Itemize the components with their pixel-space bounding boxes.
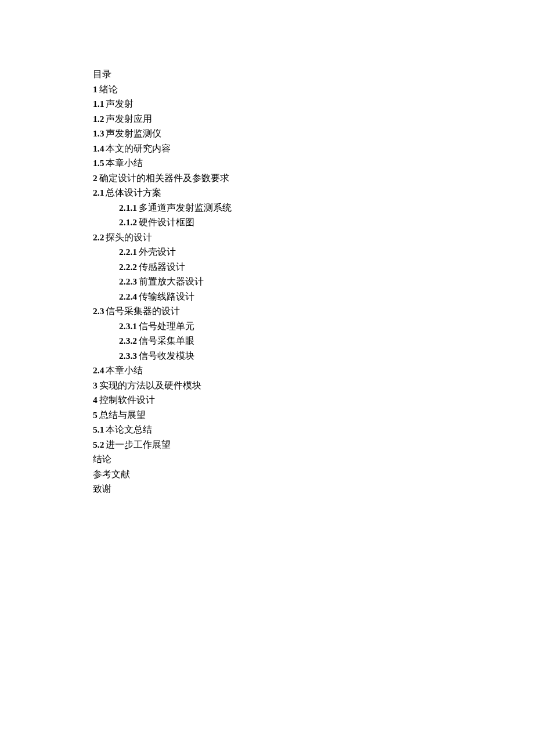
toc-entry-number: 1.5 (93, 158, 104, 168)
toc-entry-text: 前置放大器设计 (139, 276, 204, 286)
toc-entry: 2.3.3信号收发模块 (93, 348, 441, 363)
toc-entry: 2.3.2信号采集单眼 (93, 333, 441, 348)
toc-entry-text: 本论文总结 (106, 424, 152, 434)
toc-entry: 5.2进一步工作展望 (93, 437, 441, 452)
toc-entry-text: 信号收发模块 (139, 351, 194, 361)
toc-entry-text: 声发射监测仪 (106, 128, 161, 138)
toc-entry: 2.3信号采集器的设计 (93, 304, 441, 319)
toc-entry-text: 信号采集单眼 (139, 336, 194, 345)
toc-entry: 2.2.3前置放大器设计 (93, 274, 441, 289)
toc-entry: 1绪论 (93, 82, 441, 97)
toc-entry-text: 参考文献 (93, 469, 130, 479)
toc-heading: 目录 (93, 67, 441, 82)
toc-entry: 2.1总体设计方案 (93, 185, 441, 200)
toc-entry: 2.1.2硬件设计框图 (93, 215, 441, 230)
toc-entry: 致谢 (93, 481, 441, 496)
toc-entry-number: 2 (93, 173, 98, 183)
toc-entry-number: 2.3.3 (119, 351, 137, 361)
toc-entry-number: 3 (93, 380, 98, 390)
toc-entry: 2.3.1信号处理单元 (93, 319, 441, 334)
toc-entry: 3实现的方法以及硬件模块 (93, 378, 441, 393)
toc-entry-text: 本章小结 (106, 365, 143, 375)
toc-entry-text: 结论 (93, 454, 111, 464)
toc-entry-number: 5.2 (93, 440, 104, 449)
toc-entry: 2.2.4传输线路设计 (93, 289, 441, 304)
toc-entry: 1.2声发射应用 (93, 111, 441, 127)
toc-entry-number: 1.1 (93, 99, 104, 109)
toc-entry: 2.2.2传感器设计 (93, 260, 441, 275)
toc-entry-number: 2.1.2 (119, 217, 137, 227)
toc-entry: 1.1声发射 (93, 96, 441, 111)
toc-entry-text: 探头的设计 (106, 232, 152, 242)
toc-entry-number: 2.3 (93, 306, 104, 316)
toc-entry-number: 2.1 (93, 188, 104, 197)
toc-entry-text: 声发射 (106, 99, 134, 109)
toc-entry-text: 传感器设计 (139, 262, 185, 272)
toc-entry-number: 1.3 (93, 128, 104, 138)
toc-entry-text: 总结与展望 (99, 410, 146, 420)
toc-list: 1绪论1.1声发射1.2声发射应用1.3声发射监测仪1.4本文的研究内容1.5本… (93, 82, 441, 496)
toc-entry-number: 1 (93, 84, 98, 94)
toc-entry-number: 2.3.1 (119, 321, 137, 331)
toc-entry: 1.5本章小结 (93, 156, 441, 171)
toc-entry: 2.4本章小结 (93, 363, 441, 378)
toc-entry-text: 总体设计方案 (106, 188, 161, 197)
toc-entry-text: 传输线路设计 (139, 291, 194, 301)
toc-entry-number: 2.2.3 (119, 276, 137, 286)
toc-entry-number: 5 (93, 410, 98, 420)
toc-entry: 4控制软件设计 (93, 393, 441, 408)
toc-entry: 1.3声发射监测仪 (93, 126, 441, 141)
toc-entry-text: 信号处理单元 (139, 321, 194, 331)
toc-entry-number: 2.2 (93, 232, 104, 242)
toc-entry: 结论 (93, 452, 441, 467)
toc-entry: 参考文献 (93, 467, 441, 482)
toc-entry-number: 2.2.1 (119, 247, 137, 257)
toc-entry-text: 信号采集器的设计 (106, 306, 180, 316)
toc-entry-text: 实现的方法以及硬件模块 (99, 380, 201, 390)
toc-entry-text: 本章小结 (106, 158, 143, 168)
toc-entry-text: 绪论 (99, 84, 118, 94)
toc-entry-text: 外壳设计 (139, 247, 176, 257)
toc-entry-text: 本文的研究内容 (106, 143, 171, 153)
toc-entry-text: 多通道声发射监测系统 (139, 203, 232, 213)
toc-entry-number: 2.4 (93, 365, 104, 375)
toc-entry-text: 致谢 (93, 484, 111, 494)
toc-entry-number: 1.4 (93, 143, 104, 153)
toc-entry: 1.4本文的研究内容 (93, 141, 441, 156)
toc-entry-number: 1.2 (93, 114, 104, 124)
toc-entry: 2.1.1多通道声发射监测系统 (93, 200, 441, 215)
toc-entry-text: 确定设计的相关器件及参数要求 (99, 173, 229, 183)
toc-entry-text: 进一步工作展望 (106, 440, 171, 449)
toc-entry-number: 5.1 (93, 424, 104, 434)
toc-entry-text: 声发射应用 (106, 114, 152, 124)
toc-entry-number: 2.1.1 (119, 203, 137, 213)
toc-entry-number: 2.3.2 (119, 336, 137, 345)
toc-entry: 5总结与展望 (93, 408, 441, 423)
toc-entry: 2.2.1外壳设计 (93, 244, 441, 260)
toc-entry-number: 4 (93, 395, 98, 405)
toc-entry: 5.1本论文总结 (93, 422, 441, 437)
toc-entry: 2确定设计的相关器件及参数要求 (93, 171, 441, 186)
toc-entry-text: 硬件设计框图 (139, 217, 194, 227)
toc-entry-number: 2.2.2 (119, 262, 137, 272)
toc-entry-text: 控制软件设计 (99, 395, 155, 405)
toc-entry-number: 2.2.4 (119, 291, 137, 301)
toc-entry: 2.2探头的设计 (93, 230, 441, 245)
toc-page: 目录 1绪论1.1声发射1.2声发射应用1.3声发射监测仪1.4本文的研究内容1… (0, 0, 441, 496)
